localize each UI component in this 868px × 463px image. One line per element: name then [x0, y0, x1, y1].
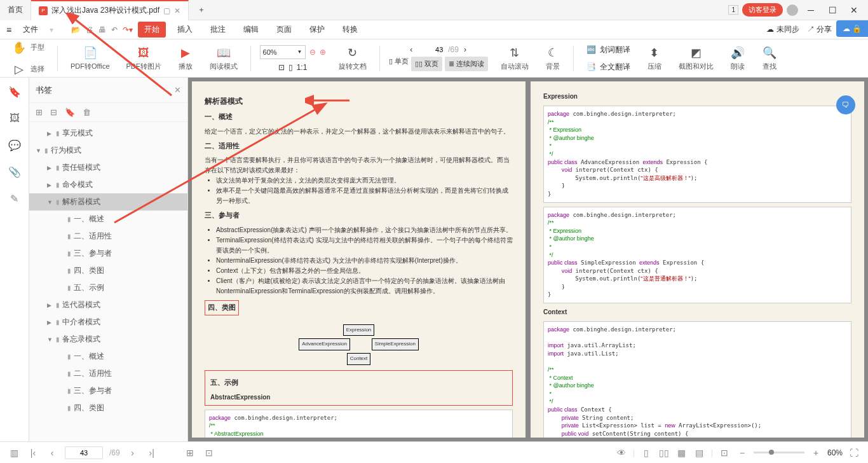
tab-present-icon[interactable]: ▢ — [163, 6, 170, 15]
minimize-icon[interactable]: ─ — [802, 1, 820, 19]
tool-compress[interactable]: ⬍压缩 — [643, 43, 666, 74]
sb-first-icon[interactable]: |‹ — [27, 448, 39, 458]
maximize-icon[interactable]: ☐ — [824, 1, 841, 19]
menu-edit[interactable]: 编辑 — [237, 22, 265, 38]
menu-page[interactable]: 页面 — [270, 22, 298, 38]
tool-select[interactable]: ▷选择 — [8, 59, 48, 79]
menu-hamburger-icon[interactable]: ≡ — [6, 25, 11, 35]
sb-mark2-icon[interactable]: ⊡ — [203, 448, 215, 458]
tool-rotate[interactable]: ↻旋转文档 — [335, 43, 370, 74]
draw-icon[interactable]: ✎ — [7, 191, 22, 206]
bookmark-item[interactable]: ▶▮责任链模式 — [29, 159, 187, 176]
menu-start[interactable]: 开始 — [138, 22, 166, 38]
fit-page-icon[interactable]: ▯ — [288, 63, 293, 72]
thumbnail-icon[interactable]: 🖼 — [7, 111, 22, 126]
avatar[interactable] — [787, 4, 798, 16]
sb-zoom-out-icon[interactable]: − — [736, 448, 749, 458]
new-tab-button[interactable]: ＋ — [189, 4, 214, 15]
sb-eye-icon[interactable]: 👁 — [615, 448, 628, 458]
attachment-icon[interactable]: 📎 — [7, 164, 22, 179]
menu-file[interactable]: 文件 — [17, 22, 44, 38]
bm-collapse-icon[interactable]: ⊟ — [50, 107, 57, 117]
bookmark-icon[interactable]: 🔖 — [7, 84, 22, 99]
cloud-pin-button[interactable]: ☁ 🔒 — [836, 20, 868, 37]
page-input[interactable] — [417, 46, 443, 53]
sb-view2-icon[interactable]: ▯▯ — [658, 448, 670, 458]
fit-width-icon[interactable]: ⊡ — [278, 63, 285, 72]
bookmark-item[interactable]: ▶▮命令模式 — [29, 176, 187, 193]
sb-last-icon[interactable]: ›| — [146, 448, 158, 458]
tool-autoscroll[interactable]: ⇅自动滚动 — [497, 43, 532, 74]
login-button[interactable]: 访客登录 — [742, 3, 783, 17]
bookmark-item[interactable]: ▮五、示例 — [29, 279, 187, 296]
tool-find[interactable]: 🔍查找 — [758, 43, 781, 74]
tool-read-mode[interactable]: 📖阅读模式 — [206, 43, 241, 74]
page-next-icon[interactable]: › — [464, 45, 466, 54]
sb-fit-icon[interactable]: ⊡ — [718, 448, 731, 458]
save-icon[interactable]: 🖨 — [86, 25, 93, 34]
menu-protect[interactable]: 保护 — [303, 22, 331, 38]
menu-convert[interactable]: 转换 — [336, 22, 364, 38]
sb-prev-icon[interactable]: ‹ — [46, 448, 58, 458]
open-icon[interactable]: 📂 — [71, 25, 81, 34]
redo-icon[interactable]: ↷▾ — [123, 25, 133, 34]
sb-fullscreen-icon[interactable]: ⛶ — [848, 448, 860, 458]
bookmark-item[interactable]: ▮一、概述 — [29, 211, 187, 228]
tool-read-aloud[interactable]: 🔊朗读 — [726, 43, 749, 74]
bookmark-item[interactable]: ▼▮备忘录模式 — [29, 331, 187, 348]
bookmark-item[interactable]: ▮一、概述 — [29, 348, 187, 365]
zoom-in-icon[interactable]: ⊕ — [320, 48, 326, 57]
view-continuous[interactable]: ≣ 连续阅读 — [445, 57, 488, 71]
float-translate-button[interactable]: 🗨 — [836, 95, 855, 114]
sb-mark1-icon[interactable]: ⊞ — [184, 448, 196, 458]
window-badge[interactable]: 1 — [728, 5, 738, 15]
bookmark-item[interactable]: ▮四、类图 — [29, 262, 187, 279]
zoom-select[interactable]: 60%▼ — [260, 45, 306, 59]
share-button[interactable]: ↗ 分享 — [807, 24, 832, 35]
bm-add-icon[interactable]: 🔖 — [65, 107, 75, 117]
bookmark-item[interactable]: ▮二、适用性 — [29, 365, 187, 382]
tool-hand[interactable]: ✋手型 — [8, 38, 48, 58]
sb-sidebar-icon[interactable]: ▥ — [8, 448, 20, 458]
bookmark-item[interactable]: ▶▮中介者模式 — [29, 314, 187, 331]
tool-bg[interactable]: ☾背景 — [541, 43, 564, 74]
content-area[interactable]: 解析器模式 一、概述 给定一个语言，定义它的文法的一种表示，并定义一个解释器，这… — [188, 78, 868, 441]
bookmark-item[interactable]: ▶▮迭代器模式 — [29, 296, 187, 314]
undo-icon[interactable]: ↶ — [111, 25, 118, 34]
bookmark-item[interactable]: ▼▮解析器模式 — [29, 193, 187, 211]
tool-to-img[interactable]: 🖼PDF转图片 — [123, 43, 165, 74]
tab-pdf[interactable]: P 深入浅出Java 23种设计模式.pdf ▢ ✕ — [31, 0, 189, 20]
sb-zoom-in-icon[interactable]: + — [810, 448, 822, 458]
sb-next-icon[interactable]: › — [126, 448, 139, 458]
sb-page-input[interactable] — [65, 446, 103, 459]
page-prev-icon[interactable]: ‹ — [410, 45, 412, 54]
bookmark-item[interactable]: ▼▮行为模式 — [29, 142, 187, 159]
menu-insert[interactable]: 插入 — [171, 22, 199, 38]
sb-view3-icon[interactable]: ▦ — [675, 448, 688, 458]
bookmark-item[interactable]: ▶▮享元模式 — [29, 125, 187, 142]
bookmark-item[interactable]: ▮三、参与者 — [29, 245, 187, 262]
sb-view1-icon[interactable]: ▯ — [640, 448, 653, 458]
close-icon[interactable]: ✕ — [845, 1, 863, 19]
menu-annotate[interactable]: 批注 — [204, 22, 232, 38]
zoom-slider[interactable] — [754, 452, 804, 453]
bm-expand-icon[interactable]: ⊞ — [36, 107, 43, 117]
tool-play[interactable]: ▶播放 — [174, 43, 197, 74]
tab-close-icon[interactable]: ✕ — [174, 6, 180, 15]
comment-icon[interactable]: 💬 — [7, 137, 22, 153]
tool-compare[interactable]: ◩截图和对比 — [675, 43, 717, 74]
tool-full-trans[interactable]: 📑全文翻译 — [583, 59, 634, 75]
tool-to-office[interactable]: 📄PDF转Office — [67, 43, 114, 74]
bookmark-item[interactable]: ▮四、类图 — [29, 399, 187, 417]
tool-dict-trans[interactable]: 🔤划词翻译 — [583, 42, 634, 58]
sb-view4-icon[interactable]: ▤ — [693, 448, 706, 458]
view-single[interactable]: ▯ 单页 — [389, 57, 409, 71]
cloud-unsync[interactable]: ☁ 未同步 — [766, 24, 799, 35]
print-icon[interactable]: 🖶 — [98, 25, 106, 34]
bm-del-icon[interactable]: 🗑 — [83, 107, 91, 117]
view-double[interactable]: ▯▯ 双页 — [411, 57, 442, 71]
close-panel-icon[interactable]: ✕ — [174, 85, 181, 95]
bookmark-item[interactable]: ▮三、参与者 — [29, 382, 187, 399]
fit-actual-icon[interactable]: 1:1 — [297, 63, 308, 72]
tab-home[interactable]: 首页 — [0, 0, 31, 20]
